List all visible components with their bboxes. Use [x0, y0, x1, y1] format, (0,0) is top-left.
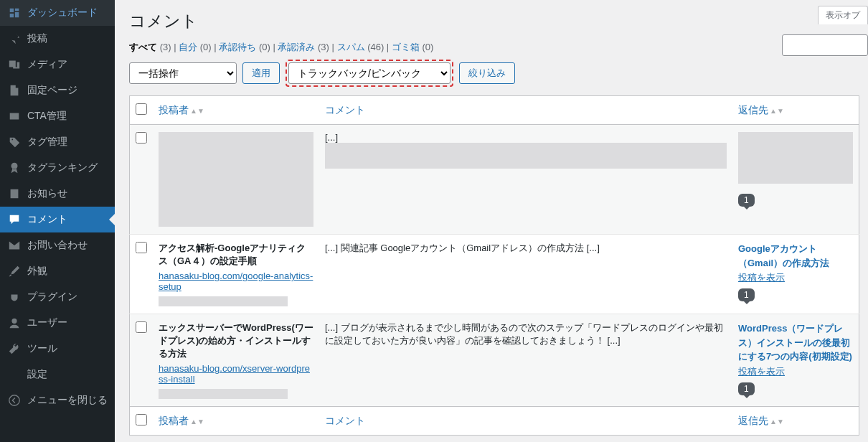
redacted-ip	[159, 296, 288, 306]
search-box	[782, 34, 868, 56]
brush-icon	[7, 264, 22, 278]
sidebar-item-label: ダッシュボード	[27, 6, 98, 19]
sidebar-item-tool[interactable]: ツール	[0, 336, 115, 362]
redacted-ip	[159, 389, 288, 399]
collapse-icon	[7, 393, 22, 408]
sidebar-item-award[interactable]: タグランキング	[0, 155, 115, 181]
sidebar-item-notice[interactable]: お知らせ	[0, 181, 115, 207]
comment-search-input[interactable]	[782, 34, 868, 56]
sidebar-item-cta[interactable]: CTA管理	[0, 103, 115, 129]
column-reply-bottom[interactable]: 返信先▲▼	[732, 407, 859, 436]
row-checkbox[interactable]	[136, 132, 147, 144]
redacted-author	[159, 132, 313, 227]
comment-count-badge: 1	[738, 288, 755, 301]
sidebar-item-label: タグランキング	[27, 161, 98, 174]
sidebar-item-mail[interactable]: お問い合わせ	[0, 232, 115, 258]
bulk-action-select[interactable]: 一括操作	[129, 62, 237, 84]
comments-table: 投稿者▲▼ コメント 返信先▲▼ [...]1アクセス解析-Googleアナリテ…	[129, 95, 859, 436]
sidebar-item-label: お知らせ	[27, 187, 67, 200]
comment-author-title: エックスサーバーでWordPress(ワードプレス)の始め方・インストールする方…	[159, 321, 313, 360]
notice-icon	[7, 187, 22, 201]
column-comment-bottom: コメント	[319, 407, 732, 436]
table-row: [...]1	[130, 125, 859, 235]
comment-count-badge: 1	[738, 382, 755, 395]
apply-button[interactable]: 適用	[242, 62, 280, 84]
comment-icon	[7, 212, 22, 227]
sidebar-item-brush[interactable]: 外観	[0, 258, 115, 284]
media-icon	[7, 57, 22, 72]
comment-excerpt: [...] ブログが表示されるまで少し時間があるので次のステップ「ワードプレスの…	[325, 322, 723, 346]
filter-tab-1[interactable]: 自分	[179, 42, 197, 52]
tool-icon	[7, 342, 22, 356]
sidebar-item-label: 投稿	[27, 32, 47, 45]
reply-post-link[interactable]: Googleアカウント（Gmail）の作成方法	[738, 242, 853, 270]
sidebar-item-label: メディア	[27, 58, 67, 71]
sidebar-item-comment[interactable]: コメント	[0, 207, 115, 232]
sidebar-item-collapse[interactable]: メニューを閉じる	[0, 387, 115, 413]
filter-tab-4[interactable]: スパム	[337, 42, 365, 52]
sidebar-item-tag[interactable]: タグ管理	[0, 129, 115, 155]
sidebar-item-label: コメント	[27, 213, 67, 226]
filter-tab-2[interactable]: 承認待ち	[219, 42, 256, 52]
select-all-checkbox[interactable]	[136, 103, 147, 115]
screen-options-button[interactable]: 表示オプ	[818, 6, 868, 24]
sidebar-item-label: ユーザー	[27, 316, 67, 329]
sidebar-item-label: お問い合わせ	[27, 239, 88, 252]
sidebar-item-media[interactable]: メディア	[0, 52, 115, 77]
settings-icon	[7, 367, 22, 382]
column-reply[interactable]: 返信先▲▼	[732, 96, 859, 125]
column-author[interactable]: 投稿者▲▼	[153, 96, 319, 125]
sidebar-item-page[interactable]: 固定ページ	[0, 77, 115, 103]
select-all-checkbox-bottom[interactable]	[136, 414, 147, 425]
column-comment: コメント	[319, 96, 732, 125]
award-icon	[7, 161, 22, 175]
cta-icon	[7, 109, 22, 123]
sidebar-item-label: CTA管理	[27, 110, 67, 123]
comment-author-title: アクセス解析-Googleアナリティクス（GA４）の設定手順	[159, 242, 313, 268]
sidebar-item-label: 固定ページ	[27, 84, 77, 97]
status-filter-tabs: すべて (3) | 自分 (0) | 承認待ち (0) | 承認済み (3) |…	[129, 41, 854, 54]
sidebar-item-dashboard[interactable]: ダッシュボード	[0, 0, 115, 26]
sidebar-item-label: 外観	[27, 265, 47, 278]
filter-button[interactable]: 絞り込み	[459, 62, 515, 84]
filter-tab-3[interactable]: 承認済み	[278, 42, 315, 52]
plugin-icon	[7, 290, 22, 304]
sidebar-item-pin[interactable]: 投稿	[0, 26, 115, 52]
page-icon	[7, 83, 22, 98]
comment-excerpt: [...]	[325, 132, 338, 143]
sort-icon: ▲▼	[190, 420, 204, 424]
sidebar-item-plugin[interactable]: プラグイン	[0, 284, 115, 310]
redacted-comment	[325, 143, 727, 169]
pin-icon	[7, 32, 22, 46]
comment-type-select[interactable]: トラックバック/ピンバック	[288, 62, 450, 84]
filter-tab-0[interactable]: すべて	[129, 42, 157, 52]
comment-author-url[interactable]: hanasaku-blog.com/google-analytics-setup	[159, 271, 313, 292]
reply-post-link[interactable]: WordPress（ワードプレス）インストールの後最初にする7つの内容(初期設定…	[738, 321, 853, 364]
column-author-bottom[interactable]: 投稿者▲▼	[153, 407, 319, 436]
row-checkbox[interactable]	[136, 242, 147, 253]
comment-excerpt: [...] 関連記事 Googleアカウント（Gmailアドレス）の作成方法 […	[325, 243, 600, 253]
sidebar-item-label: 設定	[27, 368, 47, 381]
table-row: アクセス解析-Googleアナリティクス（GA４）の設定手順hanasaku-b…	[130, 235, 859, 314]
filter-tab-5[interactable]: ゴミ箱	[392, 42, 420, 52]
sidebar-item-label: ツール	[27, 342, 57, 355]
dashboard-icon	[7, 6, 22, 20]
redacted-reply	[738, 132, 853, 184]
page-title: コメント	[129, 0, 854, 35]
sidebar-item-user[interactable]: ユーザー	[0, 310, 115, 336]
comment-author-url[interactable]: hanasaku-blog.com/xserver-wordpress-inst…	[159, 363, 313, 385]
tag-icon	[7, 135, 22, 149]
sidebar-item-label: メニューを閉じる	[27, 394, 108, 407]
sort-icon: ▲▼	[770, 109, 784, 113]
tablenav-top: 一括操作 適用 トラックバック/ピンバック 絞り込み	[129, 60, 854, 87]
highlight-annotation: トラックバック/ピンバック	[286, 60, 453, 87]
row-checkbox[interactable]	[136, 321, 147, 333]
sidebar-item-label: タグ管理	[27, 136, 67, 149]
sidebar-item-label: プラグイン	[27, 291, 77, 304]
sort-icon: ▲▼	[770, 420, 784, 424]
view-post-link[interactable]: 投稿を表示	[738, 271, 853, 284]
view-post-link[interactable]: 投稿を表示	[738, 365, 853, 378]
comment-count-badge: 1	[738, 194, 755, 207]
sidebar-item-settings[interactable]: 設定	[0, 362, 115, 387]
sort-icon: ▲▼	[190, 109, 204, 113]
